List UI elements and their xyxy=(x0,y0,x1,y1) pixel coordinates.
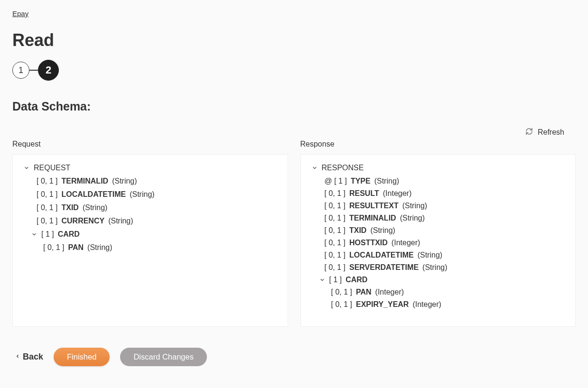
request-field-row[interactable]: [ 0, 1 ] TERMINALID (String) xyxy=(23,177,277,185)
back-button[interactable]: Back xyxy=(15,352,43,362)
chevron-down-icon[interactable] xyxy=(31,231,37,237)
refresh-label: Refresh xyxy=(538,128,564,137)
page-title: Read xyxy=(12,30,576,50)
request-card-row[interactable]: [ 1 ] CARD xyxy=(23,231,277,238)
response-field-row[interactable]: [ 0, 1 ] RESULTTEXT (String) xyxy=(311,202,565,210)
response-root-row[interactable]: RESPONSE xyxy=(311,164,565,172)
request-field-row[interactable]: [ 0, 1 ] TXID (String) xyxy=(23,204,277,212)
response-subfield-row[interactable]: [ 0, 1 ] EXPIRY_YEAR (Integer) xyxy=(311,301,565,308)
finished-button[interactable]: Finished xyxy=(54,348,110,366)
request-root-row[interactable]: REQUEST xyxy=(23,164,277,172)
discard-changes-button[interactable]: Discard Changes xyxy=(120,348,207,366)
response-panel: RESPONSE @ [ 1 ] TYPE (String) [ 0, 1 ] … xyxy=(300,154,576,327)
response-field-row[interactable]: [ 0, 1 ] RESULT (Integer) xyxy=(311,190,565,197)
refresh-button[interactable]: Refresh xyxy=(525,128,564,137)
step-2[interactable]: 2 xyxy=(38,60,59,81)
response-root-label: RESPONSE xyxy=(322,164,364,172)
response-card-row[interactable]: [ 1 ] CARD xyxy=(311,276,565,284)
refresh-icon xyxy=(525,128,533,137)
chevron-left-icon xyxy=(15,352,20,362)
step-connector xyxy=(29,70,38,71)
response-field-row[interactable]: [ 0, 1 ] HOSTTXID (Integer) xyxy=(311,239,565,247)
request-field-row[interactable]: [ 0, 1 ] LOCALDATETIME (String) xyxy=(23,191,277,198)
chevron-down-icon[interactable] xyxy=(23,165,30,171)
breadcrumb-epay[interactable]: Epay xyxy=(12,9,28,18)
response-field-row[interactable]: [ 0, 1 ] TERMINALID (String) xyxy=(311,214,565,222)
response-field-row[interactable]: [ 0, 1 ] LOCALDATETIME (String) xyxy=(311,251,565,259)
response-field-row[interactable]: [ 0, 1 ] SERVERDATETIME (String) xyxy=(311,264,565,271)
response-attr-row[interactable]: @ [ 1 ] TYPE (String) xyxy=(311,177,565,185)
request-label: Request xyxy=(12,140,288,148)
response-label: Response xyxy=(300,140,576,148)
step-1[interactable]: 1 xyxy=(12,62,29,79)
response-field-row[interactable]: [ 0, 1 ] TXID (String) xyxy=(311,227,565,234)
request-field-row[interactable]: [ 0, 1 ] CURRENCY (String) xyxy=(23,217,277,225)
stepper: 1 2 xyxy=(12,60,576,81)
chevron-down-icon[interactable] xyxy=(319,277,326,283)
request-panel: REQUEST [ 0, 1 ] TERMINALID (String) [ 0… xyxy=(12,154,288,327)
response-subfield-row[interactable]: [ 0, 1 ] PAN (Integer) xyxy=(311,288,565,296)
data-schema-heading: Data Schema: xyxy=(12,100,576,113)
request-subfield-row[interactable]: [ 0, 1 ] PAN (String) xyxy=(23,244,277,251)
chevron-down-icon[interactable] xyxy=(311,165,318,171)
back-label: Back xyxy=(23,352,43,362)
request-root-label: REQUEST xyxy=(34,164,70,172)
